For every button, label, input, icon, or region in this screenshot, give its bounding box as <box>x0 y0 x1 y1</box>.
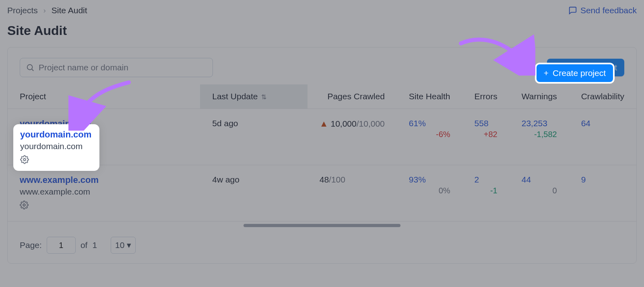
project-settings-highlight[interactable] <box>20 155 93 166</box>
search-box[interactable] <box>20 58 213 77</box>
page-size-select[interactable]: 10 ▾ <box>111 237 136 254</box>
cell-site-health: 93%0% <box>397 165 462 221</box>
cell-pages-crawled: 48/100 <box>308 165 397 221</box>
page-title: Site Audit <box>7 23 637 38</box>
svg-line-1 <box>32 69 33 71</box>
col-project[interactable]: Project <box>8 84 200 109</box>
breadcrumb-projects[interactable]: Projects <box>7 6 38 15</box>
col-warnings[interactable]: Warnings <box>510 84 569 109</box>
cell-pages-crawled: ▲10,000/10,000 <box>308 109 397 165</box>
page-of-label: of <box>80 240 88 250</box>
svg-point-4 <box>23 158 26 161</box>
breadcrumb-current: Site Audit <box>52 6 87 15</box>
col-site-health[interactable]: Site Health <box>397 84 462 109</box>
warning-icon: ▲ <box>320 119 328 129</box>
project-link-highlight[interactable]: yourdomain.com <box>20 129 93 140</box>
cell-last-update: 4w ago <box>200 165 307 221</box>
horizontal-scrollbar[interactable] <box>244 224 400 227</box>
search-input[interactable] <box>39 63 207 72</box>
create-project-label-highlight: Create project <box>553 68 606 78</box>
page-label: Page: <box>20 240 42 250</box>
cell-warnings: 440 <box>510 165 569 221</box>
svg-point-3 <box>23 204 25 206</box>
table-row: www.example.comwww.example.com4w ago48/1… <box>8 165 636 221</box>
col-pages-crawled[interactable]: Pages Crawled <box>308 84 397 109</box>
plus-icon: + <box>544 68 549 78</box>
send-feedback-link[interactable]: Send feedback <box>568 6 637 15</box>
cell-last-update: 5d ago <box>200 109 307 165</box>
chevron-right-icon: › <box>43 6 46 15</box>
project-link[interactable]: www.example.com <box>20 175 188 185</box>
projects-table: Project Last Update⇅ Pages Crawled Site … <box>8 84 636 221</box>
cell-site-health: 61%-6% <box>397 109 462 165</box>
project-domain-highlight: yourdomain.com <box>20 141 93 151</box>
col-errors[interactable]: Errors <box>462 84 510 109</box>
page-total: 1 <box>92 240 97 250</box>
cell-errors: 2-1 <box>462 165 510 221</box>
cell-warnings: 23,253-1,582 <box>510 109 569 165</box>
highlight-project-cell: yourdomain.com yourdomain.com <box>14 125 98 170</box>
pagination: Page: of 1 10 ▾ <box>8 227 636 254</box>
col-last-update[interactable]: Last Update⇅ <box>200 84 307 109</box>
highlight-create-project-button[interactable]: + Create project <box>537 64 613 82</box>
sort-icon: ⇅ <box>261 94 266 100</box>
col-crawlability[interactable]: Crawlability <box>569 84 636 109</box>
project-domain: www.example.com <box>20 187 188 197</box>
breadcrumb: Projects › Site Audit <box>7 6 87 15</box>
cell-errors: 558+82 <box>462 109 510 165</box>
chevron-down-icon: ▾ <box>127 240 131 250</box>
page-size-value: 10 <box>115 240 124 250</box>
cell-crawlability: 9 <box>569 165 636 221</box>
cell-crawlability: 64 <box>569 109 636 165</box>
send-feedback-label: Send feedback <box>580 6 637 15</box>
gear-icon <box>20 201 29 209</box>
gear-icon <box>20 155 29 164</box>
project-settings[interactable] <box>20 201 188 211</box>
search-icon <box>26 63 35 72</box>
page-input[interactable] <box>47 237 76 254</box>
table-row: yourdomain.comyourdomain.com5d ago▲10,00… <box>8 109 636 165</box>
comment-icon <box>568 6 577 15</box>
svg-point-0 <box>27 65 33 70</box>
